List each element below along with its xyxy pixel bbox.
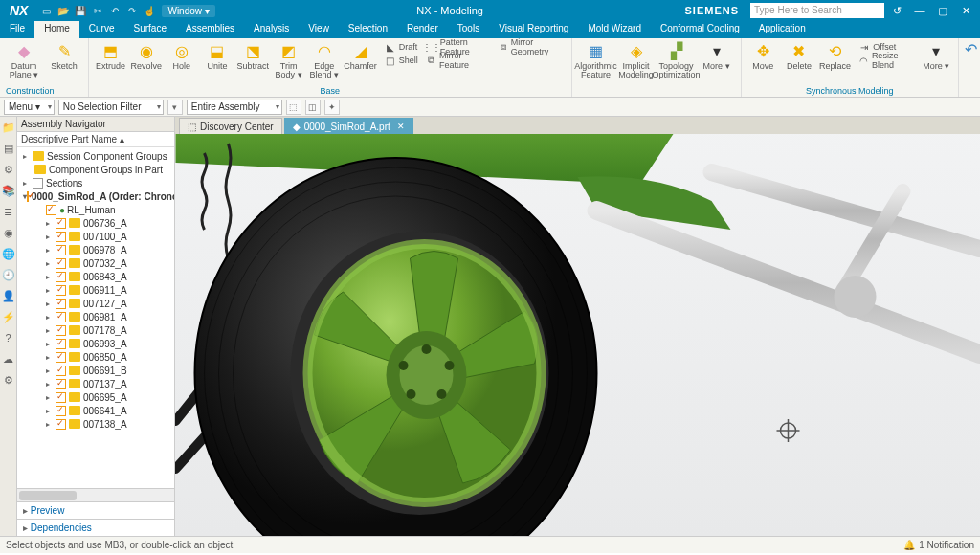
sel-tool-3[interactable]: ✦	[324, 100, 340, 115]
tree-sections[interactable]: ▸Sections	[17, 176, 174, 189]
tab-curve[interactable]: Curve	[79, 21, 124, 38]
tab-tools[interactable]: Tools	[448, 21, 489, 38]
move-button[interactable]: ✥Move	[747, 40, 780, 71]
notification-count[interactable]: 1 Notification	[919, 540, 974, 550]
tree-part-row[interactable]: ▸007178_A	[17, 323, 174, 337]
tab-assemblies[interactable]: Assemblies	[176, 21, 244, 38]
tree-part-row[interactable]: ▸006843_A	[17, 270, 174, 283]
tab-application[interactable]: Application	[749, 21, 815, 38]
tab-discovery-center[interactable]: ⬚Discovery Center	[179, 118, 282, 134]
help-left-icon[interactable]: ?	[2, 331, 15, 344]
tree-part-row[interactable]: ▸006978_A	[17, 243, 174, 256]
tree-part-row[interactable]: ▸006641_A	[17, 404, 174, 417]
tree-part-row[interactable]: ▸007138_A	[17, 417, 174, 431]
history-icon[interactable]: 🕘	[2, 268, 15, 281]
resize-blend-button[interactable]: ◠Resize Blend	[858, 54, 916, 67]
roles-icon[interactable]: 👤	[2, 289, 15, 302]
browser-icon[interactable]: 🌐	[2, 247, 15, 260]
tree-root-assembly[interactable]: ▾0000_SimRod_A (Order: Chronological)	[17, 189, 174, 203]
tab-mold-wizard[interactable]: Mold Wizard	[578, 21, 651, 38]
hd3d-icon[interactable]: ◉	[2, 226, 15, 239]
cloud-icon[interactable]: ☁	[2, 352, 15, 366]
open-icon[interactable]: 📂	[56, 4, 70, 17]
mirror-feature-button[interactable]: ⧉Mirror Feature	[426, 54, 491, 67]
delete-button[interactable]: ✖Delete	[783, 40, 815, 71]
more-sync-button[interactable]: ▾More ▾	[920, 40, 952, 71]
assembly-navigator-icon[interactable]: 📁	[2, 121, 15, 134]
tree-component-groups[interactable]: Component Groups in Part	[17, 163, 174, 176]
window-dropdown[interactable]: Window ▾	[162, 5, 214, 17]
hole-button[interactable]: ◎Hole	[166, 40, 197, 71]
tree-part-row[interactable]: ▸006736_A	[17, 216, 174, 230]
sel-tool-2[interactable]: ◫	[305, 100, 321, 115]
tree-part-row[interactable]: ▸006993_A	[17, 337, 174, 350]
system-icon[interactable]: ⚡	[2, 310, 15, 323]
tab-active-part[interactable]: ◆0000_SimRod_A.prt✕	[284, 118, 413, 134]
revolve-button[interactable]: ◉Revolve	[130, 40, 162, 71]
undo-ribbon-icon[interactable]: ↶	[965, 40, 977, 58]
tree-part-row[interactable]: ▸006981_A	[17, 310, 174, 323]
save-icon[interactable]: 💾	[74, 4, 87, 17]
preview-section[interactable]: Preview	[17, 501, 174, 519]
tab-conformal-cooling[interactable]: Conformal Cooling	[651, 21, 749, 38]
tree-part-row[interactable]: ▸006911_A	[17, 283, 174, 297]
subtract-button[interactable]: ⬔Subtract	[237, 40, 270, 71]
edge-blend-button[interactable]: ◠Edge Blend ▾	[308, 40, 340, 80]
tab-home[interactable]: Home	[34, 21, 79, 38]
tab-visual-reporting[interactable]: Visual Reporting	[489, 21, 578, 38]
tree-horizontal-scrollbar[interactable]	[17, 488, 174, 501]
constraint-navigator-icon[interactable]: ⚙	[2, 163, 15, 176]
minimize-icon[interactable]: —	[909, 5, 930, 16]
datum-plane-button[interactable]: ◆Datum Plane ▾	[6, 40, 42, 80]
sketch-button[interactable]: ✎Sketch	[46, 40, 82, 71]
more-base-button[interactable]: ▾More ▾	[699, 40, 735, 71]
column-header[interactable]: Descriptive Part Name ▴	[17, 132, 174, 147]
tree-rl-human[interactable]: ●RL_Human	[17, 203, 174, 216]
tree-part-row[interactable]: ▸007127_A	[17, 297, 174, 310]
assembly-tree[interactable]: ▸Session Component Groups Component Grou…	[17, 147, 174, 488]
mirror-geometry-button[interactable]: ⧈Mirror Geometry	[498, 40, 565, 54]
selection-filter-dropdown[interactable]: No Selection Filter	[58, 100, 164, 115]
dependencies-section[interactable]: Dependencies	[17, 519, 174, 536]
tree-part-row[interactable]: ▸006850_A	[17, 350, 174, 364]
maximize-icon[interactable]: ▢	[932, 5, 953, 17]
draft-button[interactable]: ◣Draft	[385, 40, 418, 54]
help-icon[interactable]: ↺	[886, 5, 907, 17]
algorithmic-feature-button[interactable]: ▦Algorithmic Feature	[578, 40, 614, 80]
tree-part-row[interactable]: ▸007100_A	[17, 230, 174, 243]
tab-view[interactable]: View	[299, 21, 339, 38]
cut-icon[interactable]: ✂	[91, 4, 104, 17]
tree-part-row[interactable]: ▸006691_B	[17, 364, 174, 377]
tree-part-row[interactable]: ▸006695_A	[17, 390, 174, 404]
tab-analysis[interactable]: Analysis	[244, 21, 299, 38]
tree-part-row[interactable]: ▸007032_A	[17, 256, 174, 270]
selection-scope-dropdown[interactable]: Entire Assembly	[187, 100, 282, 115]
implicit-modeling-button[interactable]: ◈Implicit Modeling	[618, 40, 655, 80]
search-input[interactable]: Type Here to Search	[750, 3, 884, 18]
menu-dropdown[interactable]: Menu ▾	[4, 100, 55, 115]
tab-surface[interactable]: Surface	[124, 21, 176, 38]
extrude-button[interactable]: ⬒Extrude	[95, 40, 126, 71]
settings-icon[interactable]: ⚙	[2, 373, 15, 387]
topology-optimization-button[interactable]: ▞Topology Optimization	[658, 40, 695, 80]
undo-icon[interactable]: ↶	[108, 4, 122, 17]
part-navigator-icon[interactable]: ▤	[2, 142, 15, 155]
redo-icon[interactable]: ↷	[125, 4, 139, 17]
close-tab-icon[interactable]: ✕	[397, 122, 405, 131]
3d-scene[interactable]	[175, 134, 980, 536]
filter-icon[interactable]: ▾	[167, 100, 183, 115]
tree-session-groups[interactable]: ▸Session Component Groups	[17, 149, 174, 163]
chamfer-button[interactable]: ◢Chamfer	[344, 40, 377, 71]
tab-render[interactable]: Render	[397, 21, 448, 38]
3d-viewport[interactable]: ⬚Discovery Center ◆0000_SimRod_A.prt✕	[175, 117, 980, 536]
notification-bell-icon[interactable]: 🔔	[903, 540, 915, 550]
new-icon[interactable]: ▭	[39, 4, 53, 17]
sel-tool-1[interactable]: ⬚	[286, 100, 301, 115]
tab-file[interactable]: File	[0, 21, 34, 38]
shell-button[interactable]: ◫Shell	[385, 54, 418, 67]
tree-part-row[interactable]: ▸007137_A	[17, 377, 174, 390]
trim-body-button[interactable]: ◩Trim Body ▾	[273, 40, 304, 80]
close-icon[interactable]: ✕	[955, 5, 976, 17]
layers-icon[interactable]: ≣	[2, 205, 15, 218]
tab-selection[interactable]: Selection	[339, 21, 397, 38]
